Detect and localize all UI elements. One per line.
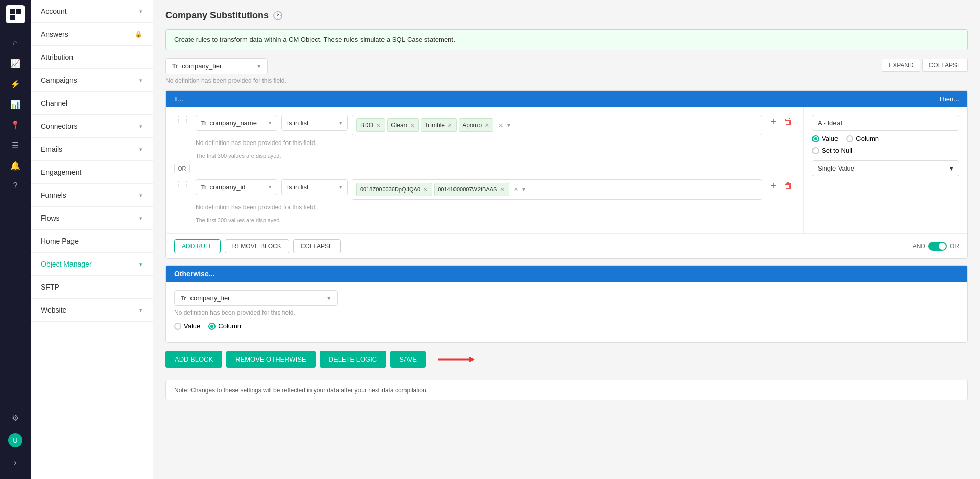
sidebar-item-label: Answers: [41, 30, 68, 38]
bell-icon[interactable]: 🔔: [6, 156, 25, 175]
remove-tag-aprimo[interactable]: ×: [484, 120, 490, 130]
info-banner: Create rules to transform data within a …: [165, 29, 968, 50]
add-condition-button[interactable]: +: [767, 115, 780, 128]
gear-icon[interactable]: ⚙: [6, 409, 25, 427]
condition1-operator-select[interactable]: is in list ▾: [281, 115, 348, 131]
svg-rect-0: [10, 9, 15, 14]
add-block-button[interactable]: ADD BLOCK: [165, 351, 222, 368]
remove-tag-id1[interactable]: ×: [422, 184, 428, 195]
toggle-switch[interactable]: [928, 242, 947, 251]
sidebar-item-homepage[interactable]: Home Page: [31, 230, 153, 253]
chevron-down-icon: ▾: [139, 261, 142, 268]
collapse-block-button[interactable]: COLLAPSE: [293, 239, 341, 253]
sidebar-item-engagement[interactable]: Engagement: [31, 161, 153, 184]
otherwise-field-select[interactable]: Tr company_tier ▾: [174, 290, 338, 306]
type-icon: Tr: [201, 120, 206, 126]
list-icon[interactable]: ☰: [6, 136, 25, 154]
condition1-field-select[interactable]: Tr company_name ▾: [196, 115, 277, 131]
question-icon[interactable]: ?: [6, 177, 25, 195]
otherwise-radio-column[interactable]: Column: [208, 322, 241, 330]
trending-icon[interactable]: 📈: [6, 54, 25, 73]
tag-bdo: BDO ×: [356, 118, 385, 132]
sidebar-item-attribution[interactable]: Attribution: [31, 46, 153, 69]
sidebar-item-flows[interactable]: Flows ▾: [31, 207, 153, 230]
then-value-input[interactable]: [812, 115, 959, 131]
type-icon: Tr: [172, 63, 178, 70]
sidebar-item-label: Funnels: [41, 191, 66, 199]
clear-all-tags[interactable]: ×: [497, 120, 504, 130]
otherwise-header: Otherwise...: [166, 266, 967, 282]
condition2-operator-select[interactable]: is in list ▾: [281, 179, 348, 195]
svg-rect-3: [16, 15, 21, 20]
drag-handle-icon[interactable]: ⋮⋮: [174, 115, 190, 125]
remove-otherwise-button[interactable]: REMOVE OTHERWISE: [226, 351, 315, 368]
condition2-field-hint: No definition has been provided for this…: [196, 204, 795, 211]
tags-dropdown2-icon[interactable]: ▾: [521, 185, 527, 194]
then-radio-column[interactable]: Column: [846, 135, 879, 142]
collapse-button[interactable]: COLLAPSE: [922, 59, 968, 72]
expand-button[interactable]: EXPAND: [882, 59, 920, 72]
sidebar-item-answers[interactable]: Answers 🔒: [31, 23, 153, 46]
clear-all-tags2[interactable]: ×: [513, 184, 519, 195]
sidebar-item-website[interactable]: Website ▾: [31, 299, 153, 322]
add-rule-button[interactable]: ADD RULE: [174, 239, 221, 253]
field-selector-value: company_tier: [182, 62, 222, 70]
sidebar-item-connectors[interactable]: Connectors ▾: [31, 115, 153, 138]
sidebar-item-label: Object Manager: [41, 260, 92, 268]
condition2-tags-input[interactable]: 0018Z000036DpQJQA0 × 00141000007W2fBAAS …: [352, 179, 762, 200]
user-avatar-icon[interactable]: U: [6, 431, 25, 449]
add-condition2-button[interactable]: +: [767, 179, 780, 193]
remove-tag-id2[interactable]: ×: [499, 184, 505, 195]
analytics-icon[interactable]: ⚡: [6, 75, 25, 93]
remove-block-button[interactable]: REMOVE BLOCK: [225, 239, 289, 253]
radio-value-circle: [174, 323, 181, 330]
remove-tag-glean[interactable]: ×: [409, 120, 415, 130]
delete-condition2-button[interactable]: 🗑: [782, 179, 795, 193]
otherwise-radio-value[interactable]: Value: [174, 322, 200, 330]
then-label: Then...: [939, 95, 959, 103]
home-icon[interactable]: ⌂: [6, 34, 25, 52]
action-buttons: ADD BLOCK REMOVE OTHERWISE DELETE LOGIC …: [165, 351, 968, 368]
drag-handle-icon[interactable]: ⋮⋮: [174, 179, 190, 189]
sidebar-item-label: Home Page: [41, 237, 79, 245]
sidebar-item-channel[interactable]: Channel: [31, 92, 153, 115]
and-or-toggle: AND OR: [913, 242, 959, 251]
then-radio-null[interactable]: Set to Null: [812, 147, 852, 154]
sidebar-item-object-manager[interactable]: Object Manager ▾: [31, 253, 153, 276]
if-section: ⋮⋮ Tr company_name ▾ is in list ▾: [166, 107, 804, 233]
if-then-header: If... Then...: [166, 91, 967, 107]
remove-tag-trimble[interactable]: ×: [447, 120, 453, 130]
condition2-field-select[interactable]: Tr company_id ▾: [196, 179, 277, 195]
tags-dropdown-icon[interactable]: ▾: [506, 121, 511, 130]
expand-sidebar-icon[interactable]: ›: [6, 453, 25, 472]
condition1-row: ⋮⋮ Tr company_name ▾ is in list ▾: [174, 115, 795, 159]
remove-tag-bdo[interactable]: ×: [375, 120, 381, 130]
delete-logic-button[interactable]: DELETE LOGIC: [320, 351, 387, 368]
sidebar-item-label: Engagement: [41, 168, 81, 176]
condition1-values-hint: The first 300 values are displayed.: [196, 153, 795, 159]
block-footer: ADD RULE REMOVE BLOCK COLLAPSE AND OR: [166, 233, 967, 258]
field-selector[interactable]: Tr company_tier ▾: [165, 58, 268, 74]
sidebar-item-sftp[interactable]: SFTP: [31, 276, 153, 299]
app-logo: [6, 5, 25, 23]
note-section: Note: Changes to these settings will be …: [165, 380, 968, 400]
sidebar-item-label: Account: [41, 7, 67, 15]
then-single-value-row: Single Value ▾: [812, 160, 959, 176]
pin-icon[interactable]: 📍: [6, 115, 25, 134]
condition1-operator-label: is in list: [287, 119, 309, 127]
sidebar-item-funnels[interactable]: Funnels ▾: [31, 184, 153, 207]
sidebar-item-emails[interactable]: Emails ▾: [31, 138, 153, 161]
otherwise-hint: No definition has been provided for this…: [174, 309, 959, 316]
then-radio-value[interactable]: Value: [812, 135, 838, 142]
chevron-down-icon: ▾: [269, 119, 272, 126]
delete-condition-button[interactable]: 🗑: [782, 115, 795, 128]
sidebar-item-campaigns[interactable]: Campaigns ▾: [31, 69, 153, 92]
save-button[interactable]: SAVE: [390, 351, 426, 368]
radio-column-circle: [208, 323, 216, 330]
sidebar-item-account[interactable]: Account ▾: [31, 0, 153, 23]
condition1-tags-input[interactable]: BDO × Glean × Trimble × Aprimo × × ▾: [352, 115, 762, 135]
chart-icon[interactable]: 📊: [6, 95, 25, 113]
and-or-section: AND OR: [913, 242, 959, 251]
single-value-select[interactable]: Single Value ▾: [812, 160, 959, 176]
lock-icon: 🔒: [135, 31, 142, 38]
